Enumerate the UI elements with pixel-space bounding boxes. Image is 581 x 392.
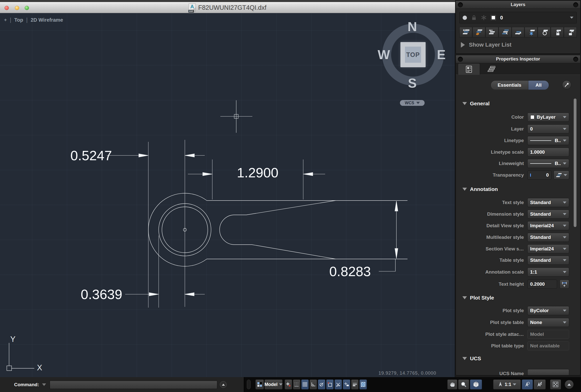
viewport-menu-button[interactable]: + xyxy=(4,17,7,23)
freeze-layer-button[interactable] xyxy=(525,27,537,38)
text-height-input[interactable]: 0.2000 xyxy=(527,280,557,289)
fullscreen-button[interactable] xyxy=(550,379,561,389)
transparency-slider-handle[interactable] xyxy=(530,174,531,177)
grid-dots-toggle[interactable] xyxy=(293,379,300,389)
title-bar: A DXF F82UWUNI27GT4QI.dxf xyxy=(0,0,455,13)
text-style-dropdown[interactable]: Standard xyxy=(527,198,569,207)
pan-button[interactable] xyxy=(447,379,457,389)
filter-essentials[interactable]: Essentials xyxy=(491,81,528,90)
section-header-general[interactable]: General xyxy=(462,101,490,107)
merge-to-current-button[interactable] xyxy=(512,27,525,38)
section-header-plot-style[interactable]: Plot Style xyxy=(462,295,494,301)
section-header-ucs[interactable]: UCS xyxy=(462,355,481,362)
current-layer-row[interactable]: 0 xyxy=(459,12,577,23)
tab-layers[interactable] xyxy=(480,63,502,75)
layer-settings-button[interactable] xyxy=(472,27,485,38)
grid-dots-icon xyxy=(294,382,299,387)
viewcube-east[interactable]: E xyxy=(437,47,446,62)
properties-inspector-title: Properties Inspector xyxy=(496,56,540,62)
linetype-dropdown[interactable]: B.. xyxy=(527,136,569,145)
panel-dot-icon[interactable] xyxy=(458,2,463,7)
collapse-statusbar-button[interactable] xyxy=(565,380,574,389)
command-bar: Command: xyxy=(0,377,244,392)
transparency-input[interactable]: 0 xyxy=(527,171,552,180)
chevron-down-icon[interactable] xyxy=(570,17,573,19)
grid-lines-toggle[interactable] xyxy=(301,379,309,389)
viewcube-north[interactable]: N xyxy=(407,19,417,34)
new-layer-button[interactable] xyxy=(459,27,472,38)
layer-previous-button[interactable] xyxy=(486,27,498,38)
viewcube[interactable]: N W E S TOP xyxy=(382,24,444,86)
view-label[interactable]: Top xyxy=(14,17,23,23)
lock-layer-button[interactable] xyxy=(551,27,564,38)
filter-all[interactable]: All xyxy=(528,81,549,90)
transparency-bylayer-dropdown[interactable] xyxy=(554,171,569,180)
panel-dot-icon[interactable] xyxy=(573,2,578,7)
linetype-scale-input[interactable]: 1.0000 xyxy=(527,148,569,157)
plot-style-table-dropdown[interactable]: None xyxy=(527,318,569,327)
ucs-name-field[interactable] xyxy=(527,369,569,375)
plot-style-dropdown[interactable]: ByColor xyxy=(527,306,569,315)
drawing-canvas[interactable]: + | Top | 2D Wireframe xyxy=(0,13,455,377)
tab-properties[interactable] xyxy=(458,63,480,75)
detail-view-style-dropdown[interactable]: Imperial24 xyxy=(527,221,569,230)
lineweight-dropdown[interactable]: B.. xyxy=(527,159,569,168)
object-snap-toggle[interactable] xyxy=(326,379,334,389)
lock-icon[interactable] xyxy=(471,15,476,20)
isolate-layer-button[interactable] xyxy=(538,27,551,38)
layers-panel-header[interactable]: Layers xyxy=(456,1,580,9)
annotation-visibility-button[interactable] xyxy=(522,379,533,389)
layers-panel: Layers 0 xyxy=(456,1,580,54)
show-layer-list-toggle[interactable]: Show Layer List xyxy=(461,42,511,48)
zoom-button[interactable] xyxy=(458,379,469,389)
model-space-dropdown[interactable]: Model xyxy=(264,379,283,389)
annotation-lightning-icon xyxy=(537,381,543,387)
polar-tracking-toggle[interactable] xyxy=(318,379,325,389)
annotation-scale-dropdown[interactable]: 1:1 xyxy=(493,379,521,389)
splitter-handle[interactable] xyxy=(247,380,251,389)
command-history-caret-icon[interactable] xyxy=(42,383,46,386)
layout-tiles-button[interactable] xyxy=(255,379,264,389)
command-input[interactable] xyxy=(50,380,217,389)
multileader-style-dropdown[interactable]: Standard xyxy=(527,233,569,242)
layer-on-icon[interactable] xyxy=(463,16,467,20)
viewcube-south[interactable]: S xyxy=(408,76,417,91)
right-panel: Layers 0 xyxy=(455,0,581,377)
model-label: Model xyxy=(264,382,278,387)
row-plot-style-attached: Plot style attac… Model xyxy=(456,330,580,339)
table-style-dropdown[interactable]: Standard xyxy=(527,256,569,265)
match-properties-button[interactable] xyxy=(562,80,571,89)
visual-style-label[interactable]: 2D Wireframe xyxy=(31,17,63,23)
ortho-toggle[interactable] xyxy=(310,379,317,389)
make-current-button[interactable] xyxy=(499,27,511,38)
section-view-style-dropdown[interactable]: Imperial24 xyxy=(527,244,569,253)
annotation-scale-dropdown[interactable]: 1:1 xyxy=(527,268,569,277)
layer-color-swatch[interactable] xyxy=(491,15,496,20)
freeze-icon[interactable] xyxy=(481,15,487,20)
dimension-style-dropdown[interactable]: Standard xyxy=(527,210,569,219)
chevron-down-icon xyxy=(563,236,566,238)
lock-layer-icon xyxy=(554,29,561,36)
properties-filter-row: Essentials All xyxy=(456,78,580,92)
viewcube-west[interactable]: W xyxy=(378,47,390,62)
color-dropdown[interactable]: ByLayer xyxy=(527,113,569,122)
section-header-annotation[interactable]: Annotation xyxy=(462,186,498,192)
pick-text-height-button[interactable] xyxy=(560,280,569,289)
3d-object-snap-toggle[interactable] xyxy=(334,379,342,389)
expand-command-history-button[interactable] xyxy=(220,381,227,388)
auto-annotation-scale-button[interactable] xyxy=(534,379,546,389)
viewcube-face[interactable]: TOP xyxy=(400,42,426,67)
panel-scrollbar[interactable] xyxy=(574,99,576,227)
show-viewcube-button[interactable] xyxy=(470,379,482,389)
properties-inspector-header[interactable]: Properties Inspector xyxy=(456,55,580,63)
section-title: General xyxy=(470,101,490,107)
panel-dot-icon[interactable] xyxy=(458,57,463,62)
snap-toggle[interactable] xyxy=(285,379,292,389)
wcs-dropdown[interactable]: WCS xyxy=(400,100,425,106)
transparency-toggle[interactable] xyxy=(359,379,367,389)
panel-dot-icon[interactable] xyxy=(573,57,578,62)
object-snap-tracking-toggle[interactable] xyxy=(343,379,350,389)
lineweight-toggle[interactable] xyxy=(351,379,359,389)
unlock-layer-button[interactable] xyxy=(564,27,577,38)
layer-dropdown[interactable]: 0 xyxy=(527,124,569,134)
